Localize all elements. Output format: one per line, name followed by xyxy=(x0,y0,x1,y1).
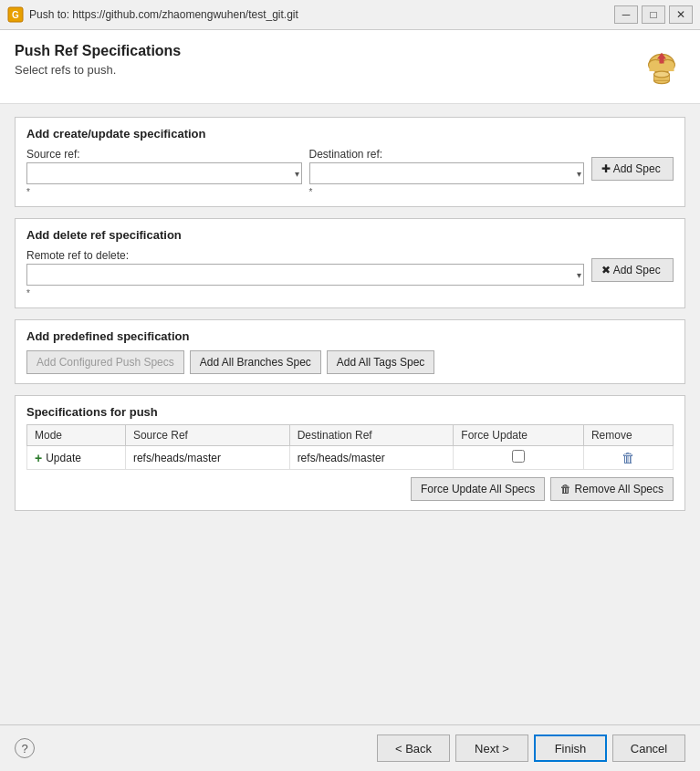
predefined-title: Add predefined specification xyxy=(26,329,674,343)
app-icon: G xyxy=(7,6,24,23)
col-source-ref: Source Ref xyxy=(125,425,289,446)
dialog-header: Push Ref Specifications Select refs to p… xyxy=(0,30,700,104)
remove-cell: 🗑 xyxy=(583,446,673,470)
dest-ref-cell: refs/heads/master xyxy=(289,446,454,470)
remove-row-icon[interactable]: 🗑 xyxy=(622,450,635,465)
specs-table-header: Mode Source Ref Destination Ref Force Up… xyxy=(27,425,674,446)
dest-ref-label: Destination ref: xyxy=(309,148,585,161)
predefined-section: Add predefined specification Add Configu… xyxy=(15,319,685,384)
predefined-buttons-row: Add Configured Push Specs Add All Branch… xyxy=(26,350,674,374)
plus-icon: + xyxy=(35,451,42,465)
finish-button[interactable]: Finish xyxy=(534,735,607,762)
next-button[interactable]: Next > xyxy=(455,735,528,762)
delete-ref-title: Add delete ref specification xyxy=(26,228,674,242)
title-bar-text: Push to: https://github.com/zhaomengwuhe… xyxy=(29,8,609,21)
remote-ref-label: Remote ref to delete: xyxy=(26,249,584,262)
svg-text:G: G xyxy=(12,10,19,20)
specs-table: Mode Source Ref Destination Ref Force Up… xyxy=(26,424,674,470)
add-all-tags-spec-button[interactable]: Add All Tags Spec xyxy=(327,350,435,374)
source-ref-select[interactable] xyxy=(27,163,301,183)
dialog-subtitle: Select refs to push. xyxy=(15,63,181,77)
col-mode: Mode xyxy=(27,425,126,446)
dialog-body: Add create/update specification Source r… xyxy=(0,104,700,724)
col-force-update: Force Update xyxy=(454,425,584,446)
specs-header-row: Mode Source Ref Destination Ref Force Up… xyxy=(27,425,674,446)
title-bar: G Push to: https://github.com/zhaomengwu… xyxy=(0,0,700,30)
create-update-section: Add create/update specification Source r… xyxy=(15,117,685,207)
cancel-button[interactable]: Cancel xyxy=(612,735,685,762)
remote-ref-combo-wrapper[interactable]: ▾ xyxy=(26,264,584,286)
source-ref-cell: refs/heads/master xyxy=(125,446,289,470)
dest-asterisk: * xyxy=(309,187,585,197)
remove-all-specs-button[interactable]: 🗑 Remove All Specs xyxy=(550,477,674,501)
add-create-spec-button[interactable]: ✚ Add Spec xyxy=(591,157,674,181)
col-dest-ref: Destination Ref xyxy=(289,425,454,446)
dest-ref-col: Destination ref: ▾ * xyxy=(309,148,585,197)
add-all-branches-spec-button[interactable]: Add All Branches Spec xyxy=(190,350,321,374)
mode-cell-content: + Update xyxy=(35,451,118,465)
specifications-section: Specifications for push Mode Source Ref … xyxy=(15,395,685,511)
title-bar-controls: ─ □ ✕ xyxy=(614,5,693,24)
help-button[interactable]: ? xyxy=(15,738,35,758)
source-ref-label: Source ref: xyxy=(26,148,302,161)
force-update-checkbox[interactable] xyxy=(512,450,525,463)
header-text: Push Ref Specifications Select refs to p… xyxy=(15,43,181,77)
source-asterisk: * xyxy=(26,187,302,197)
dest-ref-select[interactable] xyxy=(310,163,584,183)
add-configured-push-specs-button[interactable]: Add Configured Push Specs xyxy=(26,350,184,374)
specifications-title: Specifications for push xyxy=(26,405,674,419)
table-actions-row: Force Update All Specs 🗑 Remove All Spec… xyxy=(26,477,674,501)
delete-ref-fields: Remote ref to delete: ▾ * ✖ Add Spec xyxy=(26,249,674,298)
svg-point-9 xyxy=(654,71,670,78)
remote-ref-select[interactable] xyxy=(27,265,583,285)
source-ref-col: Source ref: ▾ * xyxy=(26,148,302,197)
force-update-all-specs-button[interactable]: Force Update All Specs xyxy=(411,477,545,501)
footer-left: ? xyxy=(15,738,35,758)
source-ref-combo-wrapper[interactable]: ▾ xyxy=(26,162,302,184)
add-delete-spec-button[interactable]: ✖ Add Spec xyxy=(591,258,674,282)
mode-label: Update xyxy=(46,452,81,464)
svg-rect-5 xyxy=(649,64,674,71)
create-update-title: Add create/update specification xyxy=(26,127,674,141)
upload-icon xyxy=(638,43,685,90)
back-button[interactable]: < Back xyxy=(377,735,450,762)
close-button[interactable]: ✕ xyxy=(669,5,693,24)
force-update-cell xyxy=(454,446,584,470)
footer-right: < Back Next > Finish Cancel xyxy=(377,735,685,762)
col-remove: Remove xyxy=(583,425,673,446)
table-row: + Update refs/heads/master refs/heads/ma… xyxy=(27,446,674,470)
delete-ref-section: Add delete ref specification Remote ref … xyxy=(15,218,685,308)
minimize-button[interactable]: ─ xyxy=(614,5,638,24)
mode-cell: + Update xyxy=(27,446,126,470)
remote-ref-col: Remote ref to delete: ▾ * xyxy=(26,249,584,298)
dest-ref-combo-wrapper[interactable]: ▾ xyxy=(309,162,585,184)
specs-table-body: + Update refs/heads/master refs/heads/ma… xyxy=(27,446,674,470)
dialog-footer: ? < Back Next > Finish Cancel xyxy=(0,724,700,771)
dialog-title: Push Ref Specifications xyxy=(15,43,181,59)
maximize-button[interactable]: □ xyxy=(642,5,665,24)
create-update-fields: Source ref: ▾ * Destination ref: ▾ * xyxy=(26,148,674,197)
remote-asterisk: * xyxy=(26,288,584,298)
